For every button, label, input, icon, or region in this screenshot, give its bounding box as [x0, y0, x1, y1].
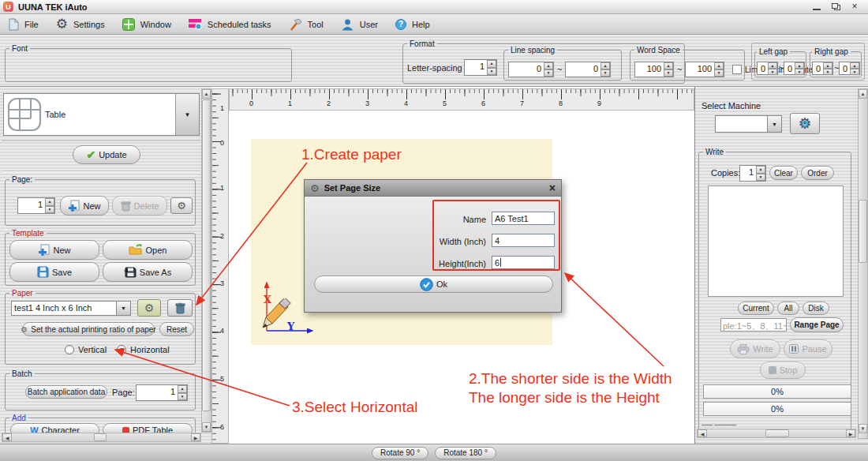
stop-button[interactable]: Stop: [760, 362, 806, 379]
scroll-down-icon[interactable]: ▼: [202, 422, 211, 432]
order-button[interactable]: Order: [801, 166, 834, 180]
batch-application-data-button[interactable]: Batch application data: [25, 385, 107, 399]
right-gap-min-spinner[interactable]: 0 ▲▼: [812, 62, 833, 75]
set-print-ratio-button[interactable]: ⚙ Set the actual printing ratio of paper: [22, 322, 155, 336]
printer-icon: [737, 344, 750, 354]
trash-icon: [175, 302, 185, 314]
clear-button[interactable]: Clear: [769, 166, 798, 180]
scheduled-tasks-icon: [189, 18, 202, 30]
word-space-min-spinner[interactable]: 100 ▲▼: [634, 62, 674, 77]
menu-user[interactable]: User: [341, 18, 378, 31]
gear-icon: ⚙: [310, 182, 320, 194]
menu-tool[interactable]: Tool: [289, 18, 324, 31]
rotate-180-button[interactable]: Rotate 180 °: [435, 447, 496, 459]
letter-spacing-spinner[interactable]: 1 ▲▼: [464, 59, 497, 76]
scroll-left-icon[interactable]: ◀: [2, 433, 12, 441]
scroll-up-icon[interactable]: ▲: [202, 89, 211, 99]
line-spacing-max-spinner[interactable]: 0 ▲▼: [565, 62, 611, 77]
scroll-left-icon[interactable]: ◀: [698, 429, 707, 437]
vertical-ruler: 10123456: [211, 88, 229, 444]
save-floppy-icon: [37, 266, 49, 278]
window-title: UUNA TEK iAuto: [18, 2, 88, 12]
template-save-as-button[interactable]: Save As: [103, 262, 193, 282]
ok-button[interactable]: Ok: [314, 275, 553, 293]
paper-delete-button[interactable]: [167, 299, 193, 317]
vertical-label: Vertical: [78, 345, 107, 354]
vertical-radio[interactable]: [65, 345, 74, 354]
annotation-step3: 3.Select Horizontal: [292, 398, 417, 417]
copies-spinner[interactable]: 1 ▲▼: [739, 165, 766, 182]
page-settings-button[interactable]: ⚙: [170, 197, 193, 214]
machine-horizontal-scrollbar[interactable]: ◀ ▶: [697, 429, 856, 438]
template-new-button[interactable]: New: [9, 240, 99, 260]
dialog-close-icon[interactable]: ×: [549, 182, 556, 193]
menu-help[interactable]: ? Help: [395, 19, 430, 30]
paper-reset-button[interactable]: Reset: [159, 322, 194, 336]
save-as-floppy-icon: [124, 266, 137, 278]
table-icon: [7, 97, 42, 132]
menu-window[interactable]: Window: [122, 18, 171, 31]
pause-icon: [789, 344, 799, 354]
new-page-icon: [38, 244, 50, 257]
rotate-90-button[interactable]: Rotate 90 °: [372, 447, 428, 459]
paper-create-gear-button[interactable]: ⚙: [137, 299, 161, 317]
gear-icon: ⚙: [177, 200, 186, 212]
sidebar-horizontal-scrollbar[interactable]: ◀ ▶: [2, 433, 201, 442]
page-delete-button[interactable]: Delete: [112, 196, 167, 216]
left-gap-max-spinner[interactable]: 0 ▲▼: [784, 62, 805, 75]
menu-file[interactable]: File: [8, 18, 39, 31]
template-save-button[interactable]: Save: [9, 262, 99, 282]
menu-settings[interactable]: ⚙ Settings: [56, 18, 105, 31]
close-button[interactable]: ×: [849, 2, 860, 12]
spin-down-icon: ▼: [487, 68, 496, 76]
progress-bar-1: 0%: [703, 384, 851, 399]
left-gap-min-spinner[interactable]: 0 ▲▼: [757, 62, 778, 75]
restore-button[interactable]: [830, 2, 841, 12]
template-open-button[interactable]: Open: [103, 240, 193, 260]
element-type-selector[interactable]: Table ▼: [3, 93, 200, 136]
check-icon: ✔: [86, 148, 95, 161]
machine-settings-button[interactable]: ⚙: [790, 113, 820, 134]
batch-page-label: Page:: [112, 388, 135, 397]
range-page-button[interactable]: Range Page: [790, 317, 844, 332]
element-type-label: Table: [45, 94, 175, 135]
page-number-spinner[interactable]: 1 ▲▼: [17, 197, 55, 214]
close-icon: ×: [851, 1, 857, 12]
scroll-up-icon[interactable]: ▲: [859, 89, 867, 99]
machine-vertical-scrollbar[interactable]: ▲ ▼: [858, 88, 868, 439]
write-button[interactable]: Write: [730, 339, 780, 358]
all-button[interactable]: All: [777, 302, 799, 315]
menu-scheduled-tasks[interactable]: Scheduled tasks: [189, 18, 271, 30]
dialog-title-bar[interactable]: ⚙ Set Page Size ×: [305, 180, 561, 197]
pause-button[interactable]: Pause: [784, 339, 832, 358]
horizontal-radio[interactable]: [117, 345, 126, 354]
chevron-down-icon: ▼: [767, 116, 781, 132]
right-gap-max-spinner[interactable]: 0 ▲▼: [839, 62, 860, 75]
scroll-right-icon[interactable]: ▶: [846, 429, 855, 437]
paper-select[interactable]: test1 4 Inch x 6 Inch ▼: [11, 301, 131, 316]
user-icon: [341, 18, 354, 31]
update-button[interactable]: ✔ Update: [73, 145, 140, 164]
line-spacing-min-spinner[interactable]: 0 ▲▼: [508, 62, 554, 77]
left-sidebar: Table ▼ ✔ Update Page: 1 ▲▼ New: [0, 87, 211, 444]
app-logo-icon: U: [3, 2, 13, 12]
element-type-dropdown[interactable]: ▼: [175, 94, 199, 135]
current-button[interactable]: Current: [738, 302, 774, 315]
word-space-max-spinner[interactable]: 100 ▲▼: [685, 62, 724, 77]
annotation-step1: 1.Create paper: [301, 145, 402, 164]
machine-panel: Select Machine ▼ ⚙ Write Copies: 1 ▲▼ Cl…: [694, 87, 868, 444]
scroll-right-icon[interactable]: ▶: [191, 433, 200, 441]
batch-page-spinner[interactable]: 1 ▲▼: [136, 384, 188, 401]
machine-select[interactable]: ▼: [715, 115, 782, 133]
page-new-button[interactable]: New: [60, 196, 109, 216]
scroll-down-icon[interactable]: ▼: [859, 424, 867, 433]
range-input[interactable]: ple:1~5、8、11~13: [720, 318, 787, 332]
letter-spacing-label: Letter-spacing: [407, 63, 462, 73]
limit-interval-checkbox[interactable]: [732, 65, 742, 74]
window-icon: [122, 18, 135, 31]
write-queue-list[interactable]: [708, 186, 844, 297]
horizontal-ruler: 0123456789: [229, 88, 694, 111]
sidebar-vertical-scrollbar[interactable]: ▲ ▼: [201, 88, 211, 433]
disk-button[interactable]: Disk: [803, 302, 829, 315]
minimize-button[interactable]: [811, 2, 822, 12]
